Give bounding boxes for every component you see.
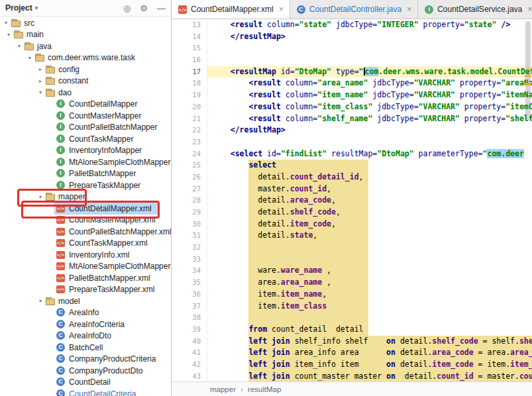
- tree-item-countmastermapper-xml[interactable]: CountMasterMapper.xml: [0, 215, 171, 226]
- tree-item-inventoryinfo-xml[interactable]: InventoryInfo.xml: [0, 249, 171, 261]
- tree-item-companyproductdto[interactable]: CompanyProductDto: [0, 365, 171, 377]
- editor-scrollbar[interactable]: [523, 19, 532, 381]
- code-text[interactable]: ware.ware_name ,: [207, 265, 532, 277]
- tree-item-preparetaskmapper[interactable]: PrepareTaskMapper: [0, 179, 171, 191]
- tree-item-src[interactable]: ▾src: [0, 17, 171, 29]
- code-text[interactable]: detail.shelf_code,: [207, 207, 532, 219]
- chevron-right-icon[interactable]: ▸: [36, 78, 45, 84]
- code-text[interactable]: detail.item_code,: [207, 219, 532, 230]
- locate-icon[interactable]: ◎: [123, 4, 131, 13]
- tab-countdetailmapper-xml[interactable]: CountDetailMapper.xml×: [172, 0, 290, 19]
- code-text[interactable]: [207, 42, 532, 54]
- code-text[interactable]: <select id="findList" resultMap="DtoMap"…: [207, 148, 532, 160]
- code-token: item.: [212, 301, 281, 311]
- code-text[interactable]: master.count_id,: [207, 183, 532, 195]
- tree-item-countdetailcriteria[interactable]: CountDetailCriteria: [0, 388, 171, 396]
- code-text[interactable]: <resultMap id="DtoMap" type="com.deer.wm…: [207, 66, 532, 78]
- chevron-down-icon[interactable]: ▾: [25, 55, 34, 61]
- tree-item-constant[interactable]: ▸constant: [0, 75, 171, 87]
- tree-item-countpalletbatchmapper-xml[interactable]: CountPalletBatchMapper.xml: [0, 226, 171, 238]
- breadcrumb-item-resultmap[interactable]: resultMap: [248, 385, 282, 393]
- chevron-right-icon[interactable]: ▸: [36, 66, 45, 72]
- code-text[interactable]: [207, 312, 532, 324]
- chevron-down-icon[interactable]: ▾: [36, 298, 45, 304]
- tree-item-mtalonesampleclothmapper-xml[interactable]: MtAloneSampleClothMapper.xml: [0, 261, 171, 273]
- code-text[interactable]: detail.state,: [207, 230, 532, 242]
- tree-item-main[interactable]: ▾main: [0, 29, 171, 41]
- tree-item-counttaskmapper[interactable]: CountTaskMapper: [0, 133, 171, 145]
- scrollbar-thumb[interactable]: [525, 21, 531, 121]
- tab-countdetailcontroller-java[interactable]: CountDetailController.java×: [290, 0, 418, 19]
- tree-item-batchcell[interactable]: BatchCell: [0, 342, 171, 354]
- tree-item-label: com.deer.wms.ware.task: [48, 53, 135, 62]
- breadcrumb-item-mapper[interactable]: mapper: [210, 385, 236, 393]
- tree-item-areainfo[interactable]: AreaInfo: [0, 307, 171, 319]
- tree-item-palletbatchmapper-xml[interactable]: PalletBatchMapper.xml: [0, 272, 171, 284]
- code-text[interactable]: </resultMap>: [207, 124, 532, 136]
- chevron-down-icon[interactable]: ▾: [4, 32, 13, 38]
- line-number: 27: [172, 183, 207, 195]
- tree-item-mapper[interactable]: ▾mapper: [0, 191, 171, 203]
- close-icon[interactable]: ×: [279, 5, 284, 14]
- code-text[interactable]: detail.area_code,: [207, 195, 532, 207]
- chevron-down-icon[interactable]: ▾: [1, 20, 11, 26]
- folder-icon: [11, 18, 21, 28]
- tree-item-companyproductcriteria[interactable]: CompanyProductCriteria: [0, 354, 171, 366]
- code-token: jdbcType=: [331, 20, 377, 29]
- tree-item-label: PalletBatchMapper: [69, 169, 136, 178]
- tree-item-mtalonesampleclothmapper[interactable]: MtAloneSampleClothMapper: [0, 156, 171, 168]
- tree-item-preparetaskmapper-xml[interactable]: PrepareTaskMapper.xml: [0, 284, 171, 296]
- code-text[interactable]: left join shelf_info shelf on detail.she…: [207, 336, 532, 348]
- code-text[interactable]: [207, 254, 532, 266]
- tab-countdetailservice-java[interactable]: CountDetailService.java×: [418, 0, 532, 19]
- code-text[interactable]: </resultMap>: [207, 31, 532, 43]
- code-text[interactable]: from count_detail detail: [207, 324, 532, 336]
- tree-item-countdetailmapper-xml[interactable]: CountDetailMapper.xml: [0, 203, 171, 215]
- folder-icon: [24, 41, 34, 52]
- hide-icon[interactable]: —: [157, 4, 166, 13]
- line-number: 30: [172, 219, 207, 230]
- code-line-17: 17 <resultMap id="DtoMap" type="com.deer…: [172, 66, 532, 78]
- code-text[interactable]: item.item_name,: [207, 289, 532, 301]
- tree-item-com-deer-wms-ware-task[interactable]: ▾com.deer.wms.ware.task: [0, 52, 171, 64]
- tree-item-palletbatchmapper[interactable]: PalletBatchMapper: [0, 168, 171, 180]
- tree-item-inventoryinfomapper[interactable]: InventoryInfoMapper: [0, 145, 171, 157]
- chevron-down-icon[interactable]: ▾: [36, 194, 45, 200]
- code-text[interactable]: select: [207, 160, 532, 172]
- tree-item-config[interactable]: ▸config: [0, 64, 171, 75]
- project-panel-title[interactable]: Project: [5, 3, 32, 13]
- code-text[interactable]: <result column="shelf_name" jdbcType="VA…: [207, 113, 532, 125]
- tree-item-areainfodto[interactable]: AreaInfoDto: [0, 330, 171, 342]
- code-text[interactable]: item.item_class: [207, 301, 532, 313]
- code-text[interactable]: <result column="item_class" jdbcType="VA…: [207, 101, 532, 113]
- tree-item-countdetailmapper[interactable]: CountDetailMapper: [0, 99, 171, 111]
- code-text[interactable]: [207, 54, 532, 66]
- settings-icon[interactable]: ⚙: [140, 4, 148, 13]
- tree-item-model[interactable]: ▾model: [0, 295, 171, 307]
- tree-item-java[interactable]: ▾java: [0, 40, 171, 52]
- code-text[interactable]: left join item_info item on detail.item_…: [207, 359, 532, 371]
- code-text[interactable]: [207, 242, 532, 254]
- code-text[interactable]: detail.count_detail_id,: [207, 172, 532, 183]
- code-text[interactable]: <result column="state" jdbcType="INTEGER…: [207, 19, 532, 31]
- code-text[interactable]: <result column="area_name" jdbcType="VAR…: [207, 77, 532, 89]
- code-token: .deer.wms.ware.task.model.CountDet: [378, 67, 532, 76]
- code-editor[interactable]: 13 <result column="state" jdbcType="INTE…: [172, 19, 532, 381]
- chevron-down-icon[interactable]: ▾: [35, 5, 38, 11]
- code-text[interactable]: [207, 136, 532, 148]
- code-text[interactable]: left join count_master master on detail.…: [207, 371, 532, 381]
- tree-item-areainfocriteria[interactable]: AreaInfoCriteria: [0, 319, 171, 330]
- code-text[interactable]: area.area_name ,: [207, 277, 532, 289]
- tree-item-dao[interactable]: ▾dao: [0, 87, 171, 99]
- chevron-down-icon[interactable]: ▾: [36, 89, 45, 95]
- code-text[interactable]: left join area_info area on detail.area_…: [207, 347, 532, 359]
- tree-item-counttaskmapper-xml[interactable]: CountTaskMapper.xml: [0, 238, 171, 250]
- tree-item-countdetail[interactable]: CountDetail: [0, 377, 171, 389]
- chevron-down-icon[interactable]: ▾: [15, 43, 24, 49]
- tree-item-countmastermapper[interactable]: CountMasterMapper: [0, 110, 171, 122]
- tree-item-countpalletbatchmapper[interactable]: CountPalletBatchMapper: [0, 122, 171, 134]
- code-text[interactable]: <result column="item_name" jdbcType="VAR…: [207, 89, 532, 101]
- code-token: jdbcType=: [372, 102, 418, 111]
- close-icon[interactable]: ×: [407, 5, 411, 14]
- close-icon[interactable]: ×: [527, 5, 532, 14]
